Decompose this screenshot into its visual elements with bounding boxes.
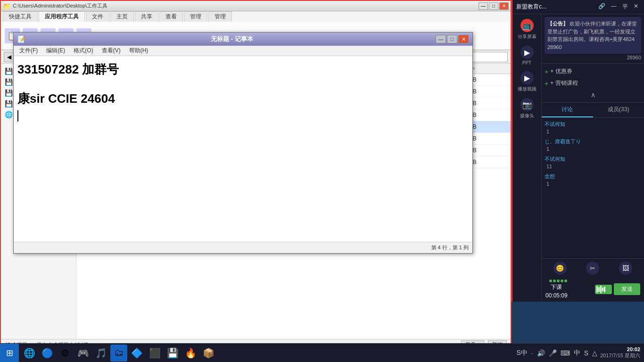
- chat-username: 不试何知: [545, 121, 641, 128]
- promo-course-label: + 营销课程: [550, 79, 578, 87]
- start-icon: ⊞: [6, 348, 13, 358]
- chat-username: じ、滑霸迭丅り: [545, 138, 641, 145]
- taskbar-app-package[interactable]: 📦: [200, 345, 217, 362]
- taskbar-app-sogou[interactable]: 🔵: [39, 345, 56, 362]
- list-item: 念想 1: [545, 173, 641, 187]
- notepad-menu-view[interactable]: 查看(V): [98, 46, 124, 56]
- chat-username: 不试何知: [545, 156, 641, 163]
- chat-count: 11: [545, 164, 641, 169]
- image-btn[interactable]: 🖼: [619, 262, 632, 275]
- course-plus-icon: +: [545, 80, 548, 87]
- mic-level-indicator: [595, 285, 612, 294]
- share-screen-btn[interactable]: 📺 分享屏幕: [513, 16, 541, 43]
- systray-s-zhong[interactable]: S中: [515, 349, 528, 357]
- video-label: 播放视频: [518, 86, 537, 92]
- chat-username: 念想: [545, 173, 641, 180]
- chat-count: 1: [545, 146, 641, 152]
- tab-gongxiang[interactable]: 共享: [135, 11, 158, 22]
- timer-row: 下课 00:05:09 发送: [542, 278, 644, 302]
- explorer-maximize-btn[interactable]: □: [489, 2, 498, 10]
- chevron-up-icon[interactable]: ∧: [545, 89, 641, 100]
- tab-wenjian[interactable]: 文件: [86, 11, 109, 22]
- systray-s[interactable]: S: [583, 349, 589, 357]
- explorer-title: C:\Users\Administrator\Desktop\工作工具: [13, 2, 479, 9]
- notepad-content-area[interactable]: 331507282 加群号 康sir CCIE 24604: [14, 56, 472, 242]
- taskbar-app-disk[interactable]: 💾: [164, 345, 181, 362]
- taskbar-app-4[interactable]: 🎮: [74, 345, 91, 362]
- notepad-menu-edit[interactable]: 编辑(E): [42, 46, 69, 56]
- notepad-close-btn[interactable]: ✕: [458, 35, 469, 43]
- live-restore-btn[interactable]: 平: [620, 3, 630, 11]
- taskbar-app-terminal[interactable]: ⬛: [146, 345, 163, 362]
- taskbar-app-5[interactable]: 🎵: [92, 345, 109, 362]
- camera-icon: 📷: [520, 98, 534, 111]
- promo-coupon-row[interactable]: + + 优惠券: [545, 66, 641, 77]
- notice-area: 【公告】 欢迎小伙伴们来听课，在课堂里禁止打广告，刷飞机票，一经发现立刻禁言踢出…: [542, 14, 644, 64]
- ribbon-tab-bar: 快捷工具 应用程序工具 文件 主页 共享 查看 管理 管理: [1, 11, 511, 22]
- notepad-menu-help[interactable]: 帮助(H): [125, 46, 152, 56]
- video-icon: ▶: [520, 71, 534, 84]
- ppt-icon: ▶: [520, 46, 534, 59]
- systray-mic[interactable]: 🎤: [548, 349, 558, 357]
- tab-guanli2[interactable]: 管理: [208, 11, 232, 22]
- tab-kuaijie[interactable]: 快捷工具: [3, 11, 38, 22]
- send-btn[interactable]: 发送: [614, 283, 640, 295]
- explorer-minimize-btn[interactable]: —: [479, 2, 488, 10]
- tab-yingyong[interactable]: 应用程序工具: [39, 11, 85, 22]
- taskbar-app-files[interactable]: 🗂: [110, 345, 127, 362]
- tab-discuss[interactable]: 讨论: [542, 103, 593, 117]
- systray-zh[interactable]: 中: [573, 349, 581, 357]
- explorer-close-btn[interactable]: ✕: [499, 2, 509, 10]
- list-item: 不试何知 1: [545, 121, 641, 134]
- live-panel: 新盟教育c... 🔗 — 平 ✕ 📺 分享屏幕 ▶ PPT: [512, 0, 644, 302]
- panel-main: 【公告】 欢迎小伙伴们来听课，在课堂里禁止打广告，刷飞机票，一经发现立刻禁言踢出…: [542, 14, 644, 302]
- tab-guanli1[interactable]: 管理: [184, 11, 207, 22]
- notepad-window: 📝 无标题 - 记事本 — □ ✕ 文件(F) 编辑(E) 格式(O) 查看(V…: [13, 32, 473, 254]
- ppt-btn[interactable]: ▶ PPT: [513, 43, 541, 68]
- camera-label: 摄像头: [520, 113, 534, 119]
- side-controls: 📺 分享屏幕 ▶ PPT ▶ 播放视频 📷 摄像头: [512, 14, 542, 302]
- taskbar-app-7[interactable]: 🔷: [128, 345, 145, 362]
- start-button[interactable]: ⊞: [0, 344, 19, 362]
- notepad-menu-file[interactable]: 文件(F): [16, 46, 41, 56]
- drive-icon-g: 💾: [5, 100, 13, 107]
- taskbar-right: S中 · 🔊 🎤 ⌨ 中 S △ 20:02 2017/7/15 星期六: [512, 346, 644, 359]
- live-panel-title: 新盟教育c...: [516, 3, 594, 11]
- promo-course-row[interactable]: + + 营销课程: [545, 77, 641, 89]
- notepad-maximize-btn[interactable]: □: [447, 35, 457, 43]
- ppt-label: PPT: [522, 60, 531, 66]
- notepad-position: 第 4 行，第 1 列: [431, 244, 469, 251]
- chat-area: 不试何知 1じ、滑霸迭丅り 1不试何知 11念想 1: [542, 118, 644, 258]
- nav-back-btn[interactable]: ◀: [4, 52, 14, 62]
- video-btn[interactable]: ▶ 播放视频: [513, 68, 541, 95]
- taskbar-app-3[interactable]: ⚙: [57, 345, 74, 362]
- explorer-titlebar: 📁 C:\Users\Administrator\Desktop\工作工具 — …: [1, 1, 511, 11]
- systray-dot: ·: [530, 349, 534, 357]
- emoji-btn[interactable]: 😊: [553, 262, 567, 275]
- taskbar-app-firefox[interactable]: 🔥: [182, 345, 199, 362]
- systray-triangle[interactable]: △: [591, 349, 598, 357]
- systray-volume[interactable]: 🔊: [536, 349, 546, 357]
- list-item: 不试何知 11: [545, 156, 641, 169]
- notepad-statusbar: 第 4 行，第 1 列: [14, 242, 472, 253]
- scissors-btn[interactable]: ✂: [586, 262, 599, 275]
- panel-bottom: 😊 ✂ 🖼 下课 00:05:09: [542, 258, 644, 302]
- clock: 20:02 2017/7/15 星期六: [600, 346, 640, 359]
- live-panel-header: 新盟教育c... 🔗 — 平 ✕: [512, 0, 644, 14]
- live-minimize-btn[interactable]: —: [609, 3, 619, 11]
- systray-keyboard[interactable]: ⌨: [560, 349, 571, 357]
- notepad-minimize-btn[interactable]: —: [436, 35, 446, 43]
- coupon-plus-icon: +: [545, 68, 548, 75]
- live-close-btn[interactable]: ✕: [632, 3, 640, 11]
- taskbar-app-ie[interactable]: 🌐: [21, 345, 38, 362]
- notepad-menu-format[interactable]: 格式(O): [70, 46, 97, 56]
- live-share-icon: 🔗: [596, 3, 607, 11]
- share-screen-label: 分享屏幕: [518, 33, 537, 40]
- tab-chakan[interactable]: 查看: [159, 11, 183, 22]
- drive-icon-c: 💾: [5, 67, 13, 75]
- tab-members[interactable]: 成员(33): [593, 103, 644, 117]
- tab-zhuyie[interactable]: 主页: [110, 11, 134, 22]
- camera-btn[interactable]: 📷 摄像头: [513, 95, 541, 122]
- clock-date: 2017/7/15 星期六: [600, 352, 640, 359]
- end-class-label[interactable]: 下课: [551, 283, 562, 291]
